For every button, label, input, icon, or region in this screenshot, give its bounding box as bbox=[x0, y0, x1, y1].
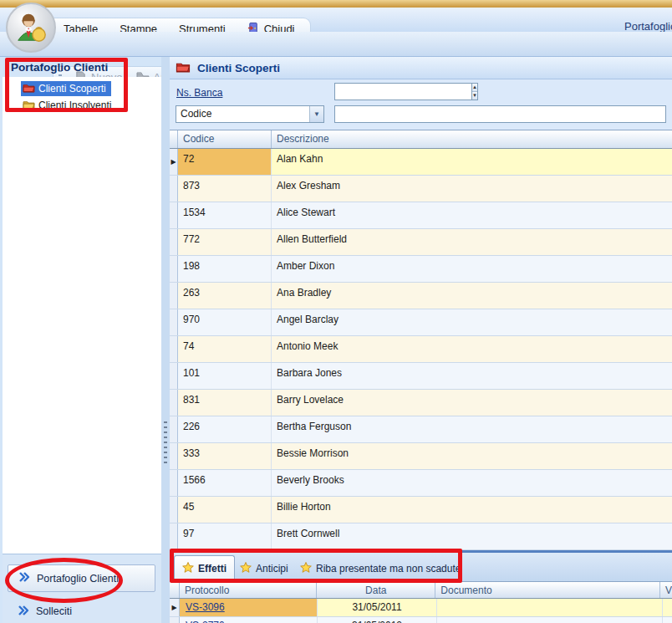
cell-documento[interactable] bbox=[437, 617, 663, 623]
table-row[interactable]: 1566Beverly Brooks bbox=[170, 470, 672, 497]
cell-codice[interactable]: 772 bbox=[178, 229, 272, 255]
row-selector bbox=[170, 229, 178, 255]
cell-descrizione[interactable]: Amber Dixon bbox=[272, 256, 672, 282]
cell-descrizione[interactable]: Bessie Morrison bbox=[272, 443, 672, 469]
column-header-documento[interactable]: Documento bbox=[435, 582, 660, 598]
cell-protocollo[interactable]: VS-2770 bbox=[180, 617, 318, 623]
search-input[interactable] bbox=[334, 105, 666, 123]
menu-bar: Tabelle Stampe Strumenti Chiudi Portafog… bbox=[0, 8, 672, 32]
chevrons-right-icon bbox=[18, 605, 29, 618]
table-row[interactable]: 263Ana Bradley bbox=[170, 283, 672, 309]
row-selector-header bbox=[170, 582, 180, 598]
cell-descrizione[interactable]: Antonio Meek bbox=[272, 336, 672, 362]
cell-codice[interactable]: 101 bbox=[178, 363, 272, 389]
cell-descrizione[interactable]: Ana Bradley bbox=[272, 283, 672, 309]
ns-banca-link[interactable]: Ns. Banca bbox=[176, 87, 222, 99]
cell-descrizione[interactable]: Brett Cornwell bbox=[272, 523, 672, 549]
table-row[interactable]: 831Barry Lovelace bbox=[170, 390, 672, 416]
row-selector-header bbox=[170, 130, 178, 148]
cell-codice[interactable]: 333 bbox=[178, 443, 272, 469]
column-header-protocollo[interactable]: Protocollo bbox=[180, 582, 317, 598]
row-selector bbox=[170, 443, 178, 469]
cell-codice[interactable]: 263 bbox=[178, 283, 272, 309]
sidebar-tree: Clienti Scoperti Clienti Insolventi bbox=[3, 77, 161, 554]
cell-descrizione[interactable]: Alex Gresham bbox=[272, 176, 672, 202]
ns-banca-spinedit: ▲ ▼ bbox=[334, 83, 418, 100]
cell-codice[interactable]: 873 bbox=[178, 176, 272, 202]
table-row[interactable]: 772Allen Butterfield bbox=[170, 229, 672, 256]
column-header-data[interactable]: Data bbox=[317, 582, 435, 598]
table-row[interactable]: VS-277031/05/2012 bbox=[170, 617, 672, 623]
row-selector bbox=[170, 202, 178, 228]
row-selector bbox=[170, 390, 178, 416]
splitter[interactable] bbox=[161, 57, 170, 623]
row-selector bbox=[170, 363, 178, 389]
cell-codice[interactable]: 72 bbox=[178, 149, 272, 175]
window-title: Portafoglio bbox=[624, 20, 672, 33]
cell-data[interactable]: 31/05/2012 bbox=[318, 617, 437, 623]
column-header-v-clipped[interactable]: V bbox=[660, 582, 672, 598]
folder-red-icon bbox=[176, 61, 191, 75]
table-row[interactable]: 226Bertha Ferguson bbox=[170, 416, 672, 443]
cell-descrizione[interactable]: Alan Kahn bbox=[272, 149, 672, 175]
user-money-icon bbox=[13, 10, 48, 45]
table-row[interactable]: 97Brett Cornwell bbox=[170, 523, 672, 550]
ns-banca-input[interactable] bbox=[334, 83, 471, 100]
cell-codice[interactable]: 74 bbox=[178, 336, 272, 362]
cell-documento[interactable] bbox=[437, 599, 663, 616]
row-selector bbox=[170, 176, 178, 202]
cell-codice[interactable]: 198 bbox=[178, 256, 272, 282]
cell-codice[interactable]: 831 bbox=[178, 390, 272, 416]
spin-up-button[interactable]: ▲ bbox=[472, 84, 477, 91]
cell-codice[interactable]: 970 bbox=[178, 309, 272, 335]
cell-descrizione[interactable]: Alice Stewart bbox=[272, 202, 672, 228]
column-header-codice[interactable]: Codice bbox=[178, 130, 272, 148]
cell-descrizione[interactable]: Angel Barclay bbox=[272, 309, 672, 335]
cell-descrizione[interactable]: Barbara Jones bbox=[272, 363, 672, 389]
detail-grid-header: Protocollo Data Documento V bbox=[170, 581, 672, 599]
cell-descrizione[interactable]: Bertha Ferguson bbox=[272, 416, 672, 442]
row-selector: ▶ bbox=[170, 149, 178, 175]
table-row[interactable]: ▶VS-309631/05/2011 bbox=[170, 599, 672, 617]
application-button[interactable] bbox=[6, 3, 56, 53]
cell-v[interactable] bbox=[663, 599, 672, 616]
table-row[interactable]: 74Antonio Meek bbox=[170, 336, 672, 363]
window-top-frame bbox=[0, 0, 672, 8]
row-selector bbox=[170, 336, 178, 362]
column-header-descrizione[interactable]: Descrizione bbox=[272, 130, 672, 148]
protocollo-link[interactable]: VS-3096 bbox=[186, 601, 225, 613]
cell-codice[interactable]: 45 bbox=[178, 497, 272, 523]
cell-v[interactable] bbox=[663, 617, 672, 623]
cell-codice[interactable]: 97 bbox=[178, 523, 272, 549]
table-row[interactable]: 198Amber Dixon bbox=[170, 256, 672, 283]
row-selector bbox=[170, 617, 180, 623]
table-row[interactable]: 101Barbara Jones bbox=[170, 363, 672, 390]
cell-descrizione[interactable]: Beverly Brooks bbox=[272, 470, 672, 496]
field-selector-combo[interactable]: Codice ▼ bbox=[176, 105, 324, 123]
cell-data[interactable]: 31/05/2011 bbox=[318, 599, 437, 616]
page-title: Clienti Scoperti bbox=[197, 62, 280, 74]
row-selector bbox=[170, 497, 178, 523]
spin-down-button[interactable]: ▼ bbox=[472, 91, 477, 100]
grid-header: Codice Descrizione bbox=[170, 130, 672, 149]
splitter-grip[interactable] bbox=[164, 421, 167, 465]
table-row[interactable]: 873Alex Gresham bbox=[170, 176, 672, 202]
nav-solleciti-button[interactable]: Solleciti bbox=[18, 601, 72, 621]
table-row[interactable]: ▶72Alan Kahn bbox=[170, 149, 672, 176]
table-row[interactable]: 45Billie Horton bbox=[170, 497, 672, 523]
cell-descrizione[interactable]: Barry Lovelace bbox=[272, 390, 672, 416]
cell-codice[interactable]: 1534 bbox=[178, 202, 272, 228]
table-row[interactable]: 1534Alice Stewart bbox=[170, 202, 672, 229]
annotation-tabs-box bbox=[170, 549, 462, 583]
table-row[interactable]: 970Angel Barclay bbox=[170, 309, 672, 336]
row-selector bbox=[170, 470, 178, 496]
table-row[interactable]: 333Bessie Morrison bbox=[170, 443, 672, 470]
cell-codice[interactable]: 1566 bbox=[178, 470, 272, 496]
content-header: Clienti Scoperti bbox=[170, 57, 672, 79]
cell-codice[interactable]: 226 bbox=[178, 416, 272, 442]
cell-descrizione[interactable]: Allen Butterfield bbox=[272, 229, 672, 255]
protocollo-link[interactable]: VS-2770 bbox=[186, 620, 225, 623]
chevron-down-icon[interactable]: ▼ bbox=[309, 106, 323, 122]
cell-protocollo[interactable]: VS-3096 bbox=[180, 599, 318, 616]
cell-descrizione[interactable]: Billie Horton bbox=[272, 497, 672, 523]
